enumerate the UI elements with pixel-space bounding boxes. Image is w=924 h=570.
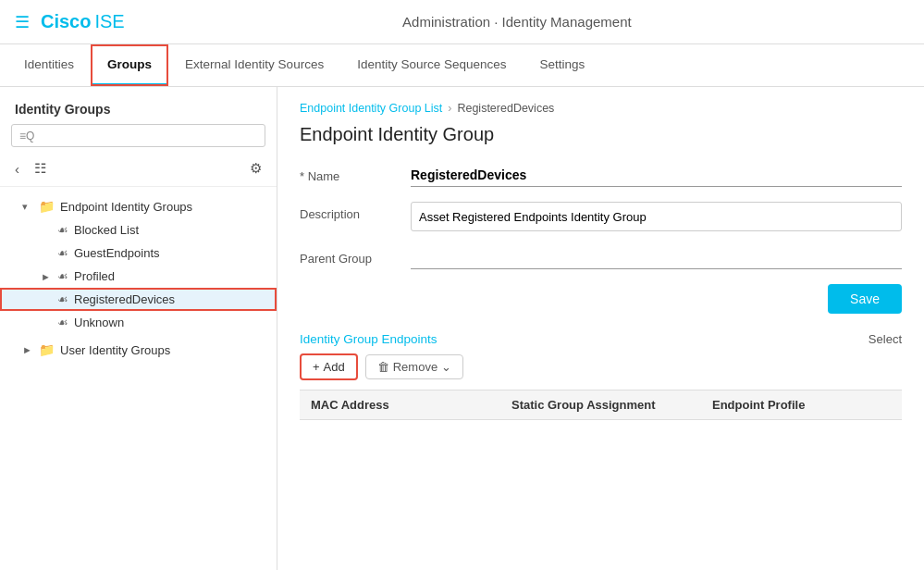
group-icon-registered: ☙ (57, 292, 68, 306)
description-field (411, 202, 902, 231)
group-icon-blocked: ☙ (57, 223, 68, 237)
folder-icon: 📁 (39, 199, 55, 214)
endpoints-toolbar: + Add 🗑 Remove ⌄ (300, 353, 902, 380)
plus-icon: + (313, 360, 320, 374)
tree-label-user-identity-groups: User Identity Groups (60, 343, 170, 357)
main-layout: Identity Groups ≡Q ‹ ☷ ⚙ ▾ 📁 Endpoint Id… (0, 87, 924, 570)
breadcrumb-separator: › (448, 102, 451, 115)
page-title: Administration · Identity Management (125, 14, 909, 30)
breadcrumb-link[interactable]: Endpoint Identity Group List (300, 102, 442, 115)
form-row-name: * Name (300, 164, 902, 187)
chevron-profiled-icon: ► (41, 271, 52, 282)
content-area: Endpoint Identity Group List › Registere… (277, 87, 924, 570)
form-row-parent-group: Parent Group (300, 246, 902, 269)
tree-row-user-identity-groups[interactable]: ► 📁 User Identity Groups (0, 338, 277, 362)
parent-group-label: Parent Group (300, 246, 411, 266)
th-endpoint-profile: Endpoint Profile (701, 398, 902, 412)
chevron-expand-icon: ▾ (22, 201, 33, 213)
tree-label-profiled: Profiled (74, 269, 115, 283)
gear-button[interactable]: ⚙ (246, 158, 265, 179)
tree-row-endpoint-identity-groups[interactable]: ▾ 📁 Endpoint Identity Groups (0, 194, 277, 218)
name-input[interactable] (411, 164, 902, 187)
trash-icon: 🗑 (377, 360, 389, 374)
name-label: * Name (300, 164, 411, 183)
remove-chevron-icon: ⌄ (441, 360, 451, 374)
logo: Cisco ISE (41, 11, 125, 32)
add-button[interactable]: + Add (300, 353, 358, 380)
list-view-button[interactable]: ☷ (31, 158, 50, 179)
tree-item-endpoint-identity-groups: ▾ 📁 Endpoint Identity Groups ☙ Blocked L… (0, 191, 277, 338)
top-bar: ☰ Cisco ISE Administration · Identity Ma… (0, 0, 924, 44)
tab-identity-source-sequences[interactable]: Identity Source Sequences (340, 44, 523, 86)
breadcrumb-current: RegisteredDevices (457, 102, 554, 115)
tree-label-guest-endpoints: GuestEndpoints (74, 246, 160, 260)
tab-settings[interactable]: Settings (524, 44, 602, 86)
description-input[interactable] (411, 202, 902, 231)
tree-label-blocked-list: Blocked List (74, 223, 139, 237)
back-button[interactable]: ‹ (11, 158, 23, 179)
th-static-group: Static Group Assignment (500, 398, 701, 412)
endpoints-section-title: Identity Group Endpoints (300, 332, 437, 346)
tree-row-blocked-list[interactable]: ☙ Blocked List (0, 218, 277, 242)
nav-tabs: Identities Groups External Identity Sour… (0, 44, 924, 87)
tab-groups[interactable]: Groups (91, 44, 168, 86)
tree-label-endpoint-identity-groups: Endpoint Identity Groups (60, 200, 192, 214)
save-button[interactable]: Save (828, 284, 902, 314)
tree-row-unknown[interactable]: ☙ Unknown (0, 311, 277, 334)
description-label: Description (300, 202, 411, 221)
tree-row-profiled[interactable]: ► ☙ Profiled (0, 265, 277, 288)
parent-group-input[interactable] (411, 246, 902, 269)
tree-row-registered-devices[interactable]: ☙ RegisteredDevices (0, 288, 277, 311)
remove-label: Remove (393, 360, 437, 374)
parent-group-field (411, 246, 902, 269)
endpoints-section-header: Identity Group Endpoints Select (300, 332, 902, 346)
hamburger-icon[interactable]: ☰ (15, 12, 30, 32)
tree-label-unknown: Unknown (74, 316, 124, 329)
breadcrumb: Endpoint Identity Group List › Registere… (300, 102, 902, 115)
th-mac-address: MAC Address (300, 398, 500, 412)
table-header: MAC Address Static Group Assignment Endp… (300, 390, 902, 420)
group-icon-unknown: ☙ (57, 316, 68, 329)
group-icon-profiled: ☙ (57, 269, 68, 283)
add-label: Add (324, 360, 345, 374)
tab-external-identity-sources[interactable]: External Identity Sources (168, 44, 340, 86)
group-icon-guest: ☙ (57, 246, 68, 260)
endpoints-section-action[interactable]: Select (869, 332, 902, 346)
content-page-title: Endpoint Identity Group (300, 124, 902, 145)
tree-label-registered-devices: RegisteredDevices (74, 292, 175, 306)
form-row-description: Description (300, 202, 902, 231)
remove-button[interactable]: 🗑 Remove ⌄ (365, 354, 463, 379)
sidebar-toolbar: ‹ ☷ ⚙ (0, 155, 277, 187)
folder-icon-user: 📁 (39, 342, 55, 357)
logo-ise: ISE (94, 11, 124, 32)
chevron-user-icon: ► (22, 344, 33, 355)
tab-identities[interactable]: Identities (7, 44, 91, 86)
save-area: Save (300, 284, 902, 314)
sidebar-title: Identity Groups (0, 98, 277, 124)
search-icon: ≡Q (19, 130, 34, 142)
tree-row-guest-endpoints[interactable]: ☙ GuestEndpoints (0, 242, 277, 265)
search-input[interactable] (40, 129, 257, 142)
name-field (411, 164, 902, 187)
logo-cisco: Cisco (41, 11, 91, 32)
sidebar: Identity Groups ≡Q ‹ ☷ ⚙ ▾ 📁 Endpoint Id… (0, 87, 277, 570)
sidebar-search-box[interactable]: ≡Q (11, 124, 265, 147)
sidebar-toolbar-left: ‹ ☷ (11, 158, 50, 179)
